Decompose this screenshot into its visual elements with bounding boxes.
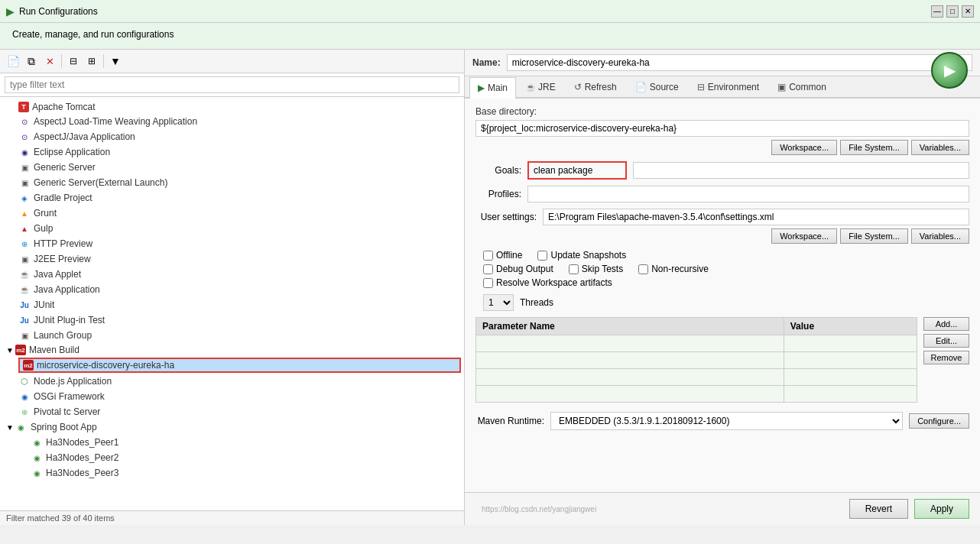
user-settings-btn-group: Workspace... File System... Variables... [475, 228, 969, 244]
tree-item-pivotal[interactable]: ⊕ Pivotal tc Server [0, 404, 464, 419]
tab-jre-label: JRE [538, 82, 556, 92]
tree-item-j2ee[interactable]: ▣ J2EE Preview [0, 251, 464, 267]
tree-item-generic-server[interactable]: ▣ Generic Server [0, 160, 464, 175]
edit-param-btn[interactable]: Edit... [923, 334, 969, 348]
tree-item-nodejs[interactable]: ⬡ Node.js Application [0, 374, 464, 389]
param-cell-2a [476, 352, 784, 369]
tab-main-icon: ▶ [478, 83, 485, 93]
tree-item-peer3[interactable]: ◉ Ha3Nodes_Peer3 [0, 465, 464, 481]
tab-environment[interactable]: ⊟ Environment [689, 76, 767, 97]
tree-item-aspectj-load[interactable]: ⊙ AspectJ Load-Time Weaving Application [0, 114, 464, 129]
junit-plugin-icon: Ju [18, 314, 31, 326]
tree-item-aspectj-java[interactable]: ⊙ AspectJ/Java Application [0, 129, 464, 144]
tree-item-java-app[interactable]: ☕ Java Application [0, 282, 464, 297]
tab-refresh-icon: ↺ [574, 82, 582, 92]
tree-item-java-applet[interactable]: ☕ Java Applet [0, 267, 464, 282]
tree-item-generic-server-ext[interactable]: ▣ Generic Server(External Launch) [0, 175, 464, 190]
resolve-workspace-checkbox[interactable] [483, 278, 493, 288]
base-dir-input-row [475, 120, 969, 137]
tab-common[interactable]: ▣ Common [769, 76, 835, 97]
filter-input[interactable] [5, 76, 459, 93]
non-recursive-checkbox[interactable] [638, 264, 648, 274]
variables-btn-1[interactable]: Variables... [911, 140, 969, 155]
param-col-value: Value [784, 318, 917, 335]
new-config-btn[interactable]: 📄 [5, 53, 21, 70]
tree-item-launch-group[interactable]: ▣ Launch Group [0, 328, 464, 343]
aspectj-java-icon: ⊙ [18, 131, 31, 143]
update-snapshots-checkbox-item[interactable]: Update Snapshots [537, 250, 626, 261]
non-recursive-checkbox-item[interactable]: Non-recursive [638, 264, 709, 274]
collapse-btn[interactable]: ⊞ [83, 53, 100, 70]
tab-source-label: Source [650, 82, 679, 92]
resolve-workspace-checkbox-item[interactable]: Resolve Workspace artifacts [483, 277, 612, 288]
param-table: Parameter Name Value [475, 317, 917, 403]
tree-item-spring-boot[interactable]: ▼ ◉ Spring Boot App [0, 419, 464, 435]
tree-item-osgi[interactable]: ◉ OSGi Framework [0, 389, 464, 404]
goals-ext-input[interactable] [633, 162, 969, 179]
tree-item-eclipse-app[interactable]: ◉ Eclipse Application [0, 144, 464, 160]
peer1-label: Ha3Nodes_Peer1 [46, 437, 118, 448]
offline-checkbox-item[interactable]: Offline [483, 250, 522, 261]
tab-main[interactable]: ▶ Main [469, 77, 516, 99]
update-snapshots-checkbox[interactable] [537, 251, 547, 261]
profiles-input[interactable] [527, 186, 969, 202]
threads-row: 1 2 4 Threads [475, 294, 969, 311]
spring-boot-label: Spring Boot App [31, 422, 97, 432]
base-dir-label: Base directory: [475, 106, 537, 117]
tree-item-apache-tomcat[interactable]: T Apache Tomcat [0, 100, 464, 114]
base-dir-input[interactable] [475, 120, 969, 137]
tab-source[interactable]: 📄 Source [627, 76, 687, 97]
revert-btn[interactable]: Revert [849, 499, 908, 519]
remove-param-btn[interactable]: Remove [923, 351, 969, 364]
base-dir-btn-group: Workspace... File System... Variables... [475, 140, 969, 155]
j2ee-label: J2EE Preview [34, 254, 91, 264]
debug-output-checkbox-item[interactable]: Debug Output [483, 264, 553, 274]
close-btn[interactable]: ✕ [962, 5, 974, 18]
goals-input[interactable] [527, 161, 627, 180]
tree-item-junit-plugin[interactable]: Ju JUnit Plug-in Test [0, 312, 464, 328]
apply-btn[interactable]: Apply [914, 499, 969, 519]
skip-tests-checkbox[interactable] [569, 264, 579, 274]
param-btn-col: Add... Edit... Remove [923, 317, 969, 406]
variables-btn-2[interactable]: Variables... [911, 228, 969, 244]
tab-jre[interactable]: ☕ JRE [518, 76, 564, 97]
duplicate-btn[interactable]: ⧉ [23, 53, 40, 70]
microservice-label: microservice-discovery-eureka-ha [37, 360, 174, 371]
file-system-btn-2[interactable]: File System... [840, 228, 908, 244]
pivotal-label: Pivotal tc Server [34, 406, 100, 417]
tree-item-maven-build[interactable]: ▼ m2 Maven Build [0, 343, 464, 357]
delete-btn[interactable]: ✕ [41, 53, 58, 70]
debug-output-checkbox[interactable] [483, 264, 493, 274]
tree-item-peer2[interactable]: ◉ Ha3Nodes_Peer2 [0, 450, 464, 465]
peer3-icon: ◉ [31, 467, 43, 479]
titlebar: ▶ Run Configurations — □ ✕ [0, 0, 980, 23]
name-row: Name: [465, 50, 980, 76]
runtime-select[interactable]: EMBEDDED (3.5.3/1.9.1.20180912-1600) [550, 412, 903, 430]
tree-item-peer1[interactable]: ◉ Ha3Nodes_Peer1 [0, 435, 464, 450]
file-system-btn-1[interactable]: File System... [840, 140, 908, 155]
run-button[interactable]: ▶ [931, 52, 968, 89]
name-input[interactable] [507, 54, 972, 71]
skip-tests-checkbox-item[interactable]: Skip Tests [569, 264, 623, 274]
tree-item-microservice[interactable]: m2 microservice-discovery-eureka-ha [18, 358, 461, 373]
user-settings-input[interactable] [543, 209, 969, 225]
workspace-btn-2[interactable]: Workspace... [771, 228, 837, 244]
tree-item-gradle[interactable]: ◈ Gradle Project [0, 190, 464, 206]
view-menu-btn[interactable]: ▼ [107, 53, 124, 70]
threads-select[interactable]: 1 2 4 [483, 294, 514, 311]
grunt-icon: ▲ [18, 207, 31, 219]
tree-item-junit[interactable]: Ju JUnit [0, 297, 464, 312]
tree-item-grunt[interactable]: ▲ Grunt [0, 206, 464, 221]
tab-refresh[interactable]: ↺ Refresh [566, 76, 625, 97]
maven-build-label: Maven Build [29, 345, 80, 355]
minimize-btn[interactable]: — [931, 5, 943, 18]
tree-item-gulp[interactable]: ▲ Gulp [0, 221, 464, 236]
maven-build-icon: m2 [15, 345, 26, 355]
add-param-btn[interactable]: Add... [923, 317, 969, 331]
workspace-btn-1[interactable]: Workspace... [771, 140, 837, 155]
configure-btn[interactable]: Configure... [909, 413, 969, 429]
offline-checkbox[interactable] [483, 251, 493, 261]
filter-btn[interactable]: ⊟ [65, 53, 82, 70]
maximize-btn[interactable]: □ [946, 5, 959, 18]
tree-item-http[interactable]: ⊕ HTTP Preview [0, 236, 464, 251]
